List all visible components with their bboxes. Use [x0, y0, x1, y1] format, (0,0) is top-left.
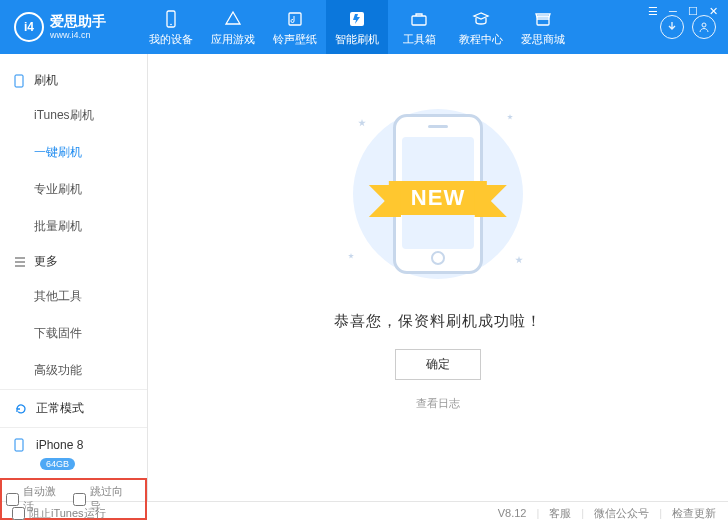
nav-apps[interactable]: 应用游戏 [202, 0, 264, 54]
nav-shop[interactable]: 爱思商城 [512, 0, 574, 54]
logo-title: 爱思助手 [50, 14, 106, 29]
storage-badge: 64GB [40, 458, 75, 470]
success-message: 恭喜您，保资料刷机成功啦！ [334, 312, 542, 331]
nav: 我的设备应用游戏铃声壁纸智能刷机工具箱教程中心爱思商城 [140, 0, 574, 54]
version-label: V8.12 [498, 507, 527, 519]
sidebar-item[interactable]: iTunes刷机 [34, 97, 147, 134]
new-ribbon: NEW [389, 181, 487, 215]
shop-icon [533, 9, 553, 29]
nav-flash[interactable]: 智能刷机 [326, 0, 388, 54]
svg-rect-8 [15, 439, 23, 451]
sidebar: 刷机 iTunes刷机一键刷机专业刷机批量刷机 更多 其他工具下载固件高级功能 … [0, 54, 148, 501]
flash-icon [347, 9, 367, 29]
footer-link-update[interactable]: 检查更新 [672, 506, 716, 521]
svg-rect-2 [289, 13, 301, 25]
nav-label: 我的设备 [149, 32, 193, 47]
user-icon[interactable] [692, 15, 716, 39]
header-right [652, 15, 728, 39]
sidebar-item[interactable]: 高级功能 [34, 352, 147, 389]
ok-button[interactable]: 确定 [395, 349, 481, 380]
nav-label: 教程中心 [459, 32, 503, 47]
toolbox-icon [409, 9, 429, 29]
sidebar-item[interactable]: 下载固件 [34, 315, 147, 352]
nav-label: 工具箱 [403, 32, 436, 47]
nav-device[interactable]: 我的设备 [140, 0, 202, 54]
nav-label: 应用游戏 [211, 32, 255, 47]
sidebar-section-flash[interactable]: 刷机 [0, 64, 147, 97]
footer-link-wechat[interactable]: 微信公众号 [594, 506, 649, 521]
footer-link-support[interactable]: 客服 [549, 506, 571, 521]
apps-icon [223, 9, 243, 29]
logo[interactable]: i4 爱思助手 www.i4.cn [0, 12, 140, 42]
sidebar-item[interactable]: 其他工具 [34, 278, 147, 315]
download-icon[interactable] [660, 15, 684, 39]
nav-toolbox[interactable]: 工具箱 [388, 0, 450, 54]
phone-icon [14, 74, 28, 88]
music-icon [285, 9, 305, 29]
logo-url: www.i4.cn [50, 30, 106, 40]
logo-icon: i4 [14, 12, 44, 42]
list-icon [14, 257, 28, 267]
header: ☰ ─ ☐ ✕ i4 爱思助手 www.i4.cn 我的设备应用游戏铃声壁纸智能… [0, 0, 728, 54]
success-illustration: NEW [338, 94, 538, 294]
sidebar-item[interactable]: 一键刷机 [34, 134, 147, 171]
nav-tutorial[interactable]: 教程中心 [450, 0, 512, 54]
device-icon [161, 9, 181, 29]
block-itunes-checkbox[interactable]: 阻止iTunes运行 [12, 506, 106, 521]
tutorial-icon [471, 9, 491, 29]
device-name: iPhone 8 [36, 438, 83, 452]
phone-icon [14, 438, 30, 452]
mode-row[interactable]: 正常模式 [0, 389, 147, 427]
sidebar-section-label: 刷机 [34, 72, 58, 89]
refresh-icon [14, 402, 30, 416]
nav-music[interactable]: 铃声壁纸 [264, 0, 326, 54]
sidebar-item[interactable]: 专业刷机 [34, 171, 147, 208]
svg-rect-7 [15, 75, 23, 87]
device-row[interactable]: iPhone 8 64GB [0, 427, 147, 478]
view-log-link[interactable]: 查看日志 [416, 396, 460, 411]
nav-label: 爱思商城 [521, 32, 565, 47]
sidebar-section-more[interactable]: 更多 [0, 245, 147, 278]
svg-point-1 [170, 24, 172, 26]
menu-icon[interactable]: ☰ [646, 4, 660, 18]
nav-label: 铃声壁纸 [273, 32, 317, 47]
main-content: NEW 恭喜您，保资料刷机成功啦！ 确定 查看日志 [148, 54, 728, 501]
sidebar-section-label: 更多 [34, 253, 58, 270]
mode-label: 正常模式 [36, 400, 84, 417]
svg-rect-4 [412, 16, 426, 25]
svg-point-6 [702, 23, 706, 27]
sidebar-item[interactable]: 批量刷机 [34, 208, 147, 245]
nav-label: 智能刷机 [335, 32, 379, 47]
